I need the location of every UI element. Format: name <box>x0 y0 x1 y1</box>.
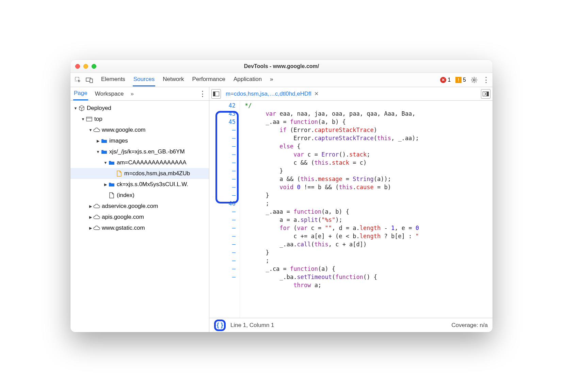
gutter-line[interactable]: – <box>209 175 236 183</box>
tree-top[interactable]: top <box>70 114 209 125</box>
file-tab-name: m=cdos,hsm,jsa,…c,dtl0hd,eHDfl <box>226 91 311 97</box>
code-line: if (Error.captureStackTrace) <box>245 126 493 134</box>
tree-arrow-icon[interactable] <box>96 150 100 154</box>
tree-folder-am[interactable]: am=CAAAAAAAAAAAAAA <box>70 157 209 168</box>
gutter-line[interactable]: – <box>209 273 236 281</box>
close-window-button[interactable] <box>75 64 80 69</box>
tree-file-selected[interactable]: m=cdos,hsm,jsa,mb4ZUb <box>70 168 209 179</box>
file-tree: Deployedtopwww.google.comimagesxjs/_/js/… <box>70 101 209 332</box>
tree-label: Deployed <box>87 105 111 112</box>
gutter-line[interactable]: – <box>209 257 236 265</box>
tree-arrow-icon[interactable] <box>88 204 93 209</box>
navigator-menu-icon[interactable]: ⋮ <box>199 89 206 98</box>
window-title: DevTools - www.google.com/ <box>70 63 493 69</box>
tree-arrow-icon[interactable] <box>96 139 100 143</box>
code-line: void 0 !== b && (this.cause = b) <box>245 183 493 191</box>
open-file-tab[interactable]: m=cdos,hsm,jsa,…c,dtl0hd,eHDfl ✕ <box>224 89 321 99</box>
gutter-line[interactable]: – <box>209 126 236 134</box>
gutter-line[interactable]: – <box>209 167 236 175</box>
pretty-print-button[interactable]: { } <box>214 320 226 331</box>
tree-arrow-icon[interactable] <box>73 106 78 110</box>
code-line: } <box>245 191 493 199</box>
tree-node-icon <box>93 128 100 132</box>
tab-workspace[interactable]: Workspace <box>94 88 125 100</box>
code-line: _.aaa = function(a, b) { <box>245 208 493 216</box>
editor-pane: m=cdos,hsm,jsa,…c,dtl0hd,eHDfl ✕ 424345–… <box>209 87 493 332</box>
code-editor[interactable]: 424345–––––––––46––––––––– */ var eaa, n… <box>209 101 493 318</box>
gutter-line[interactable]: – <box>209 134 236 142</box>
gutter-line[interactable]: – <box>209 224 236 232</box>
gutter-line[interactable]: – <box>209 216 236 224</box>
more-menu-icon[interactable]: ⋮ <box>482 76 490 84</box>
tree-arrow-icon[interactable] <box>88 226 93 230</box>
tree-origin-adservice[interactable]: adservice.google.com <box>70 201 209 212</box>
gutter-line[interactable]: – <box>209 208 236 216</box>
tabs-overflow[interactable]: » <box>269 73 274 86</box>
error-count[interactable]: ✕ 1 <box>440 77 451 83</box>
maximize-window-button[interactable] <box>92 64 96 69</box>
svg-rect-9 <box>487 92 489 96</box>
gutter-line[interactable]: – <box>209 159 236 167</box>
gutter-line[interactable]: 42 <box>209 101 236 110</box>
tree-deployed[interactable]: Deployed <box>70 103 209 114</box>
tree-origin-google[interactable]: www.google.com <box>70 125 209 135</box>
close-tab-icon[interactable]: ✕ <box>314 91 319 97</box>
code-line: ; <box>245 257 493 265</box>
tree-node-icon <box>100 149 108 154</box>
gutter-line[interactable]: – <box>209 191 236 199</box>
navigator-tabs-overflow[interactable]: » <box>130 91 133 97</box>
tree-label: m=cdos,hsm,jsa,mb4ZUb <box>124 170 190 177</box>
traffic-lights <box>70 64 96 69</box>
code-line: c += a[e] + (e < b.length ? b[e] : " <box>245 232 493 240</box>
tab-network[interactable]: Network <box>162 73 184 86</box>
toggle-navigator-icon[interactable] <box>211 89 221 99</box>
inspect-element-icon[interactable] <box>73 75 83 85</box>
gutter-line[interactable]: 46 <box>209 199 236 208</box>
line-gutter[interactable]: 424345–––––––––46––––––––– <box>209 101 240 318</box>
gutter-line[interactable]: – <box>209 265 236 273</box>
tree-arrow-icon[interactable] <box>81 117 85 121</box>
code-line: else { <box>245 142 493 150</box>
tree-node-icon <box>93 226 100 230</box>
tab-performance[interactable]: Performance <box>192 73 226 86</box>
tree-label: ck=xjs.s.0Mx5ys3sCUI.L.W. <box>117 181 188 188</box>
settings-icon[interactable] <box>471 77 478 83</box>
tree-folder-images[interactable]: images <box>70 135 209 146</box>
svg-rect-2 <box>90 79 93 83</box>
tree-file-index[interactable]: (index) <box>70 190 209 201</box>
device-toolbar-icon[interactable] <box>85 75 94 85</box>
tree-label: adservice.google.com <box>102 203 158 210</box>
toggle-debugger-icon[interactable] <box>481 89 490 99</box>
gutter-line[interactable]: – <box>209 183 236 191</box>
tree-arrow-icon[interactable] <box>103 161 108 165</box>
navigator-tabs: Page Workspace » ⋮ <box>70 87 209 101</box>
tree-origin-gstatic[interactable]: www.gstatic.com <box>70 223 209 233</box>
tree-origin-apis[interactable]: apis.google.com <box>70 212 209 223</box>
tree-node-icon <box>85 117 93 121</box>
gutter-line[interactable]: 45 <box>209 118 236 126</box>
tree-node-icon <box>108 182 115 187</box>
tree-folder-ck[interactable]: ck=xjs.s.0Mx5ys3sCUI.L.W. <box>70 179 209 190</box>
titlebar: DevTools - www.google.com/ <box>70 60 493 73</box>
tree-label: www.google.com <box>102 127 146 133</box>
tab-application[interactable]: Application <box>233 73 262 86</box>
tab-sources[interactable]: Sources <box>133 73 155 86</box>
tree-arrow-icon[interactable] <box>88 215 93 219</box>
tree-folder-xjs[interactable]: xjs/_/js/k=xjs.s.en_GB.-b6YM <box>70 146 209 157</box>
tab-elements[interactable]: Elements <box>100 73 126 86</box>
gutter-line[interactable]: – <box>209 150 236 159</box>
tree-arrow-icon[interactable] <box>88 128 93 132</box>
minimize-window-button[interactable] <box>83 64 88 69</box>
gutter-line[interactable]: – <box>209 142 236 150</box>
tab-page[interactable]: Page <box>73 87 88 100</box>
warning-count[interactable]: ! 5 <box>455 77 466 83</box>
tree-arrow-icon[interactable] <box>103 182 108 187</box>
warning-icon: ! <box>455 77 462 83</box>
gutter-line[interactable]: – <box>209 248 236 257</box>
tree-node-icon <box>78 105 85 111</box>
gutter-line[interactable]: – <box>209 232 236 240</box>
code-line: } <box>245 167 493 175</box>
code-line: c && (this.stack = c) <box>245 159 493 167</box>
gutter-line[interactable]: 43 <box>209 110 236 118</box>
gutter-line[interactable]: – <box>209 240 236 248</box>
